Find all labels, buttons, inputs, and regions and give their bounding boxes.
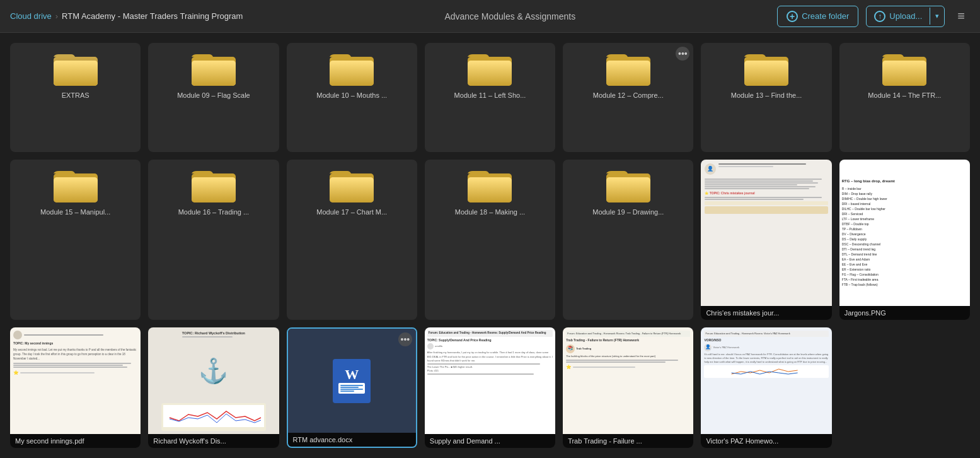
folder-mod09[interactable]: Module 09 – Flag Scale <box>148 43 279 152</box>
folder-mod13[interactable]: Module 13 – Find the... <box>701 43 831 152</box>
file-label: RTM advance.docx <box>293 436 353 443</box>
file-footer: Richard Wyckoff's Dis... <box>148 434 279 448</box>
breadcrumb: Cloud drive › RTM Academy - Master Trade… <box>10 11 243 21</box>
folder-icon <box>606 50 650 86</box>
more-options-button[interactable]: ••• <box>676 47 689 61</box>
breadcrumb-root[interactable]: Cloud drive <box>10 11 52 21</box>
folder-extras[interactable]: EXTRAS <box>10 43 141 152</box>
file-trab-trading[interactable]: Forum: Education and Trading - Homework … <box>563 327 693 448</box>
folder-mod19[interactable]: Module 19 – Drawing... <box>563 160 693 320</box>
more-options-button[interactable]: ••• <box>398 332 412 346</box>
svg-rect-10 <box>468 61 512 86</box>
file-jargons[interactable]: RTG – long bias drop, dreamt R – inside … <box>839 160 970 320</box>
folder-icon <box>606 167 650 203</box>
upload-dropdown-button[interactable]: ▾ <box>930 8 944 25</box>
folder-mod17[interactable]: Module 17 – Chart M... <box>287 160 417 320</box>
file-footer: Victor's PAZ Homewo... <box>701 434 831 448</box>
upload-button[interactable]: ↑ Upload... <box>867 6 930 26</box>
folder-label: Module 14 – The FTR... <box>868 91 941 100</box>
menu-button[interactable]: ≡ <box>952 6 970 26</box>
file-footer: Chris'es mistakes jour... <box>701 306 831 320</box>
folder-icon <box>468 50 512 86</box>
file-supply-demand[interactable]: Forum: Education and Trading - Homework … <box>425 327 555 448</box>
create-folder-button[interactable]: + Create folder <box>777 6 858 27</box>
folder-label: Module 19 – Drawing... <box>592 208 664 216</box>
svg-rect-16 <box>882 61 926 86</box>
folder-icon <box>468 167 512 203</box>
folder-label: Module 09 – Flag Scale <box>177 91 250 100</box>
folder-icon <box>330 50 374 86</box>
plus-icon: + <box>787 11 798 22</box>
folder-mod10[interactable]: Module 10 – Mouths ... <box>287 43 417 152</box>
file-preview: TOPIC: Richard Wyckoff's Distribution ⚓ <box>148 327 279 434</box>
folder-mod11[interactable]: Module 11 – Left Sho... <box>425 43 555 152</box>
folder-label: Module 13 – Find the... <box>731 91 802 100</box>
folder-label: Module 15 – Manipul... <box>40 208 110 216</box>
svg-rect-12 <box>606 61 650 86</box>
file-preview: Forum: Education and Trading - Homework … <box>701 327 831 434</box>
folder-icon <box>192 50 236 86</box>
folder-label: Module 11 – Left Sho... <box>454 91 526 100</box>
svg-rect-24 <box>468 177 512 203</box>
svg-rect-14 <box>744 61 788 86</box>
folder-mod18[interactable]: Module 18 – Making ... <box>425 160 555 320</box>
folder-label: Module 12 – Compre... <box>593 91 664 100</box>
top-bar: Cloud drive › RTM Academy - Master Trade… <box>0 0 980 33</box>
folder-icon <box>54 167 98 203</box>
folder-label: Module 17 – Chart M... <box>316 208 387 216</box>
word-doc-icon: W <box>333 359 371 403</box>
file-victor-paz[interactable]: Forum: Education and Trading - Homework … <box>701 327 831 448</box>
svg-rect-6 <box>192 61 236 86</box>
file-label: Trab Trading - Failure ... <box>568 437 642 445</box>
folder-label: Module 18 – Making ... <box>455 208 525 216</box>
folder-icon <box>54 50 98 86</box>
svg-rect-22 <box>330 177 374 203</box>
breadcrumb-separator: › <box>55 11 58 21</box>
file-footer: Supply and Demand ... <box>425 434 555 448</box>
folder-icon <box>882 50 926 86</box>
breadcrumb-current: RTM Academy - Master Traders Training Pr… <box>62 11 243 21</box>
upload-button-group: ↑ Upload... ▾ <box>866 6 945 27</box>
file-footer: Trab Trading - Failure ... <box>563 434 693 448</box>
file-footer: Jargons.PNG <box>839 306 970 320</box>
svg-rect-26 <box>606 177 650 203</box>
file-preview: TOPIC: My second innings My second innin… <box>10 327 141 434</box>
folder-label: Module 10 – Mouths ... <box>316 91 387 100</box>
folder-mod14[interactable]: Module 14 – The FTR... <box>839 43 970 152</box>
file-preview: Forum: Education and Trading - Homework … <box>563 327 693 434</box>
file-footer: My second innings.pdf <box>10 434 141 448</box>
file-label: Supply and Demand ... <box>430 437 500 445</box>
folder-label: EXTRAS <box>62 91 89 100</box>
folder-icon <box>330 167 374 203</box>
svg-rect-27 <box>163 405 264 427</box>
top-actions: + Create folder ↑ Upload... ▾ ≡ <box>777 6 970 27</box>
folder-mod12[interactable]: ••• Module 12 – Compre... <box>563 43 693 152</box>
file-preview: RTG – long bias drop, dreamt R – inside … <box>839 160 970 306</box>
file-richard-wyckoff[interactable]: TOPIC: Richard Wyckoff's Distribution ⚓ … <box>148 327 279 448</box>
file-my-second-innings[interactable]: TOPIC: My second innings My second innin… <box>10 327 141 448</box>
svg-rect-8 <box>330 61 374 86</box>
svg-rect-3 <box>54 61 98 86</box>
upload-icon: ↑ <box>874 11 885 22</box>
file-label: Richard Wyckoff's Dis... <box>153 437 226 445</box>
folder-mod15[interactable]: Module 15 – Manipul... <box>10 160 141 320</box>
file-label: Jargons.PNG <box>845 309 886 317</box>
file-label: My second innings.pdf <box>15 437 84 445</box>
file-label: Victor's PAZ Homewo... <box>706 437 778 445</box>
file-label: Chris'es mistakes jour... <box>706 309 779 317</box>
file-rtm-advance[interactable]: W ••• RTM advance.docx <box>287 327 417 448</box>
folder-label: Module 16 – Trading ... <box>178 208 250 216</box>
folder-icon <box>192 167 236 203</box>
folder-icon <box>744 50 788 86</box>
file-preview: W <box>288 329 416 433</box>
folder-mod16[interactable]: Module 16 – Trading ... <box>148 160 279 320</box>
file-grid: EXTRAS Module 09 – Flag Scale <box>0 33 980 458</box>
page-title: Advance Modules & Assignments <box>444 11 575 21</box>
file-preview: Forum: Education and Trading - Homework … <box>425 327 555 434</box>
svg-rect-18 <box>54 177 98 203</box>
file-preview: 👤 ⭐ TOPIC: Chris mistakes journal <box>701 160 831 306</box>
file-footer: RTM advance.docx <box>288 433 416 447</box>
file-chris-mistakes[interactable]: 👤 ⭐ TOPIC: Chris mistakes journal <box>701 160 831 320</box>
svg-rect-20 <box>192 177 236 203</box>
